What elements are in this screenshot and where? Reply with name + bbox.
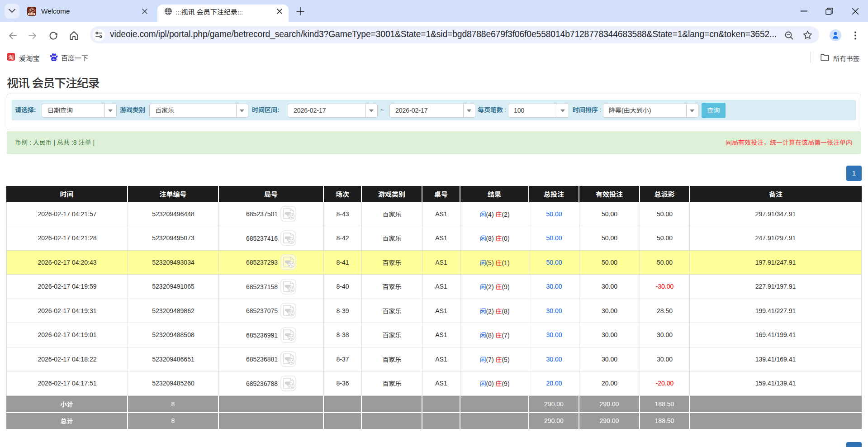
svg-text:du: du [52,58,56,61]
